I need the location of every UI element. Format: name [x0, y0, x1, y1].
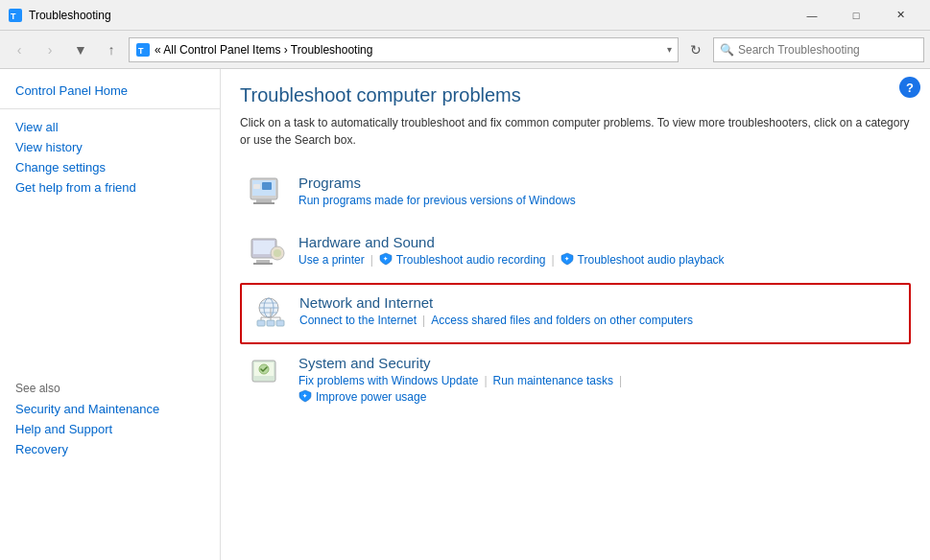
category-programs: Programs Run programs made for previous … [240, 164, 911, 223]
sidebar-item-view-history[interactable]: View history [0, 137, 220, 157]
svg-rect-15 [253, 263, 273, 265]
page-title: Troubleshoot computer problems [240, 84, 911, 106]
sidebar: Control Panel Home View all View history… [0, 69, 221, 560]
network-icon [250, 294, 288, 333]
title-bar: T Troubleshooting — □ ✕ [0, 0, 930, 31]
address-bar-input[interactable]: T « All Control Panel Items › Troublesho… [129, 37, 679, 62]
sidebar-item-get-help[interactable]: Get help from a friend [0, 177, 220, 198]
svg-text:✦: ✦ [302, 393, 307, 399]
svg-rect-9 [253, 184, 260, 189]
up-button[interactable]: ↑ [98, 36, 125, 63]
programs-link-0[interactable]: Run programs made for previous versions … [298, 194, 576, 207]
back-button[interactable]: ‹ [6, 36, 33, 63]
programs-title[interactable]: Programs [298, 175, 361, 191]
shield-icon-2: ✦ [560, 252, 574, 266]
programs-links: Run programs made for previous versions … [298, 194, 902, 207]
svg-point-13 [274, 249, 281, 257]
network-links: Connect to the Internet | Access shared … [299, 314, 901, 327]
category-system: System and Security Fix problems with Wi… [240, 344, 911, 414]
svg-rect-24 [267, 320, 274, 326]
content-area: Troubleshoot computer problems Click on … [221, 69, 930, 430]
close-button[interactable]: ✕ [878, 0, 922, 31]
category-network: Network and Internet Connect to the Inte… [240, 283, 911, 344]
maximize-button[interactable]: □ [834, 0, 878, 31]
separator-4: | [484, 374, 487, 387]
app-icon: T [8, 8, 23, 23]
hardware-link-2[interactable]: Troubleshoot audio playback [578, 253, 725, 267]
system-link-2[interactable]: Improve power usage [316, 390, 426, 404]
svg-rect-8 [262, 182, 272, 190]
svg-text:✦: ✦ [383, 256, 388, 262]
main-layout: Control Panel Home View all View history… [0, 69, 930, 560]
see-also-label: See also [0, 370, 220, 399]
minimize-button[interactable]: — [790, 0, 834, 31]
window-controls: — □ ✕ [790, 0, 922, 31]
category-hardware: Hardware and Sound Use a printer | ✦ Tro… [240, 223, 911, 283]
system-link-1[interactable]: Run maintenance tasks [493, 374, 613, 387]
system-content: System and Security Fix problems with Wi… [298, 355, 902, 404]
programs-content: Programs Run programs made for previous … [298, 175, 902, 207]
hardware-link-0[interactable]: Use a printer [298, 253, 365, 267]
breadcrumb-text: « All Control Panel Items › Troubleshoot… [155, 43, 663, 57]
address-bar: ‹ › ▼ ↑ T « All Control Panel Items › Tr… [0, 31, 930, 69]
system-links: Fix problems with Windows Update | Run m… [298, 374, 902, 387]
hardware-content: Hardware and Sound Use a printer | ✦ Tro… [298, 234, 902, 267]
system-icon [249, 355, 287, 393]
page-description: Click on a task to automatically trouble… [240, 114, 911, 149]
forward-button[interactable]: › [36, 36, 63, 63]
help-button[interactable]: ? [899, 77, 920, 98]
network-title[interactable]: Network and Internet [299, 294, 433, 311]
system-link-0[interactable]: Fix problems with Windows Update [298, 374, 478, 387]
svg-rect-6 [256, 199, 272, 202]
dropdown-button[interactable]: ▼ [67, 36, 94, 63]
svg-text:✦: ✦ [564, 256, 569, 262]
svg-rect-14 [256, 260, 270, 263]
refresh-button[interactable]: ↻ [682, 36, 709, 63]
search-input[interactable] [738, 43, 911, 57]
shield-icon-3: ✦ [298, 389, 312, 403]
sidebar-item-help-support[interactable]: Help and Support [0, 419, 220, 439]
sidebar-item-change-settings[interactable]: Change settings [0, 157, 220, 177]
hardware-icon [249, 234, 287, 272]
window-title: Troubleshooting [29, 9, 111, 22]
hardware-link-1[interactable]: Troubleshoot audio recording [396, 253, 546, 267]
system-links-2: ✦ Improve power usage [298, 390, 902, 404]
network-link-0[interactable]: Connect to the Internet [299, 314, 417, 327]
svg-text:T: T [11, 12, 16, 21]
svg-rect-23 [257, 320, 265, 326]
sidebar-item-security-maintenance[interactable]: Security and Maintenance [0, 399, 220, 419]
search-icon: 🔍 [720, 43, 734, 57]
hardware-title[interactable]: Hardware and Sound [298, 234, 435, 250]
shield-icon-1: ✦ [379, 252, 393, 266]
sidebar-item-control-panel-home[interactable]: Control Panel Home [0, 81, 220, 101]
separator-1: | [370, 253, 373, 267]
separator-5: | [619, 374, 622, 387]
network-content: Network and Internet Connect to the Inte… [299, 294, 901, 327]
separator-3: | [422, 314, 425, 327]
svg-rect-25 [276, 320, 284, 326]
svg-rect-7 [253, 202, 274, 204]
programs-icon [249, 175, 287, 213]
breadcrumb-dropdown[interactable]: ▾ [667, 44, 672, 55]
svg-text:T: T [138, 46, 144, 56]
network-link-1[interactable]: Access shared files and folders on other… [431, 314, 693, 327]
sidebar-item-view-all[interactable]: View all [0, 117, 220, 137]
system-title[interactable]: System and Security [298, 355, 431, 371]
separator-2: | [551, 253, 554, 267]
search-box[interactable]: 🔍 [713, 37, 924, 62]
sidebar-item-recovery[interactable]: Recovery [0, 439, 220, 459]
hardware-links: Use a printer | ✦ Troubleshoot audio rec… [298, 253, 902, 267]
address-bar-icon: T [135, 42, 151, 58]
